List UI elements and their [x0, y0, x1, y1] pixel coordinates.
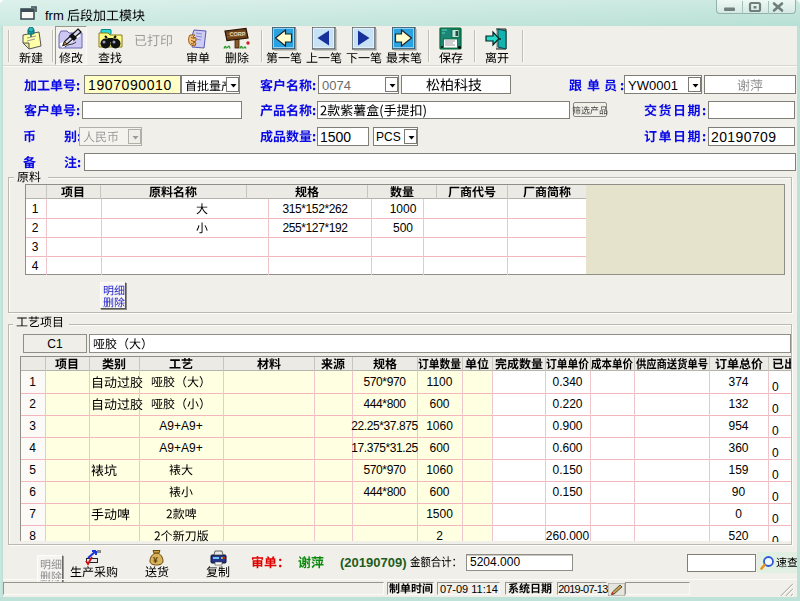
svg-text:CORP: CORP: [230, 31, 246, 37]
